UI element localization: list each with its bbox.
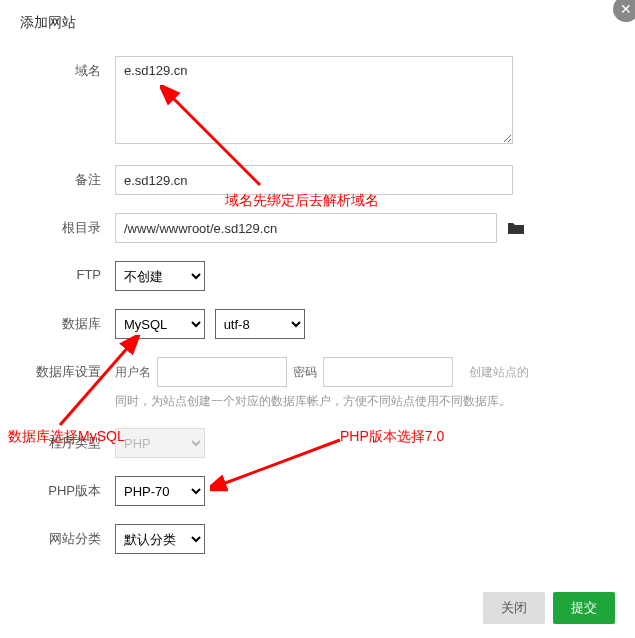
db-pass-label: 密码 <box>293 364 317 381</box>
row-db-settings: 数据库设置 用户名 密码 创建站点的 同时，为站点创建一个对应的数据库帐户，方便… <box>20 357 615 410</box>
row-site-category: 网站分类 默认分类 <box>20 524 615 554</box>
domain-textarea[interactable]: e.sd129.cn <box>115 56 513 144</box>
db-user-label: 用户名 <box>115 364 151 381</box>
database-select[interactable]: MySQL <box>115 309 205 339</box>
row-ftp: FTP 不创建 <box>20 261 615 291</box>
row-domain: 域名 e.sd129.cn <box>20 56 615 147</box>
add-website-modal: ✕ 添加网站 域名 e.sd129.cn 备注 根目录 FTP <box>0 0 635 638</box>
domain-label: 域名 <box>20 56 115 80</box>
modal-title: 添加网站 <box>0 0 635 46</box>
php-version-label: PHP版本 <box>20 476 115 500</box>
site-category-select[interactable]: 默认分类 <box>115 524 205 554</box>
folder-icon[interactable] <box>507 221 525 238</box>
remark-input[interactable] <box>115 165 513 195</box>
db-hint: 同时，为站点创建一个对应的数据库帐户，方便不同站点使用不同数据库。 <box>115 393 615 410</box>
row-remark: 备注 <box>20 165 615 195</box>
site-category-label: 网站分类 <box>20 524 115 548</box>
db-pass-input[interactable] <box>323 357 453 387</box>
row-php-version: PHP版本 PHP-70 <box>20 476 615 506</box>
row-root: 根目录 <box>20 213 615 243</box>
root-label: 根目录 <box>20 213 115 237</box>
prog-type-select: PHP <box>115 428 205 458</box>
ftp-select[interactable]: 不创建 <box>115 261 205 291</box>
charset-select[interactable]: utf-8 <box>215 309 305 339</box>
row-database: 数据库 MySQL utf-8 <box>20 309 615 339</box>
row-prog-type: 程序类型 PHP <box>20 428 615 458</box>
cancel-button[interactable]: 关闭 <box>483 592 545 624</box>
submit-button[interactable]: 提交 <box>553 592 615 624</box>
ftp-label: FTP <box>20 261 115 282</box>
create-site-hint: 创建站点的 <box>469 364 529 381</box>
php-version-select[interactable]: PHP-70 <box>115 476 205 506</box>
remark-label: 备注 <box>20 165 115 189</box>
db-settings-label: 数据库设置 <box>20 357 115 381</box>
db-user-input[interactable] <box>157 357 287 387</box>
form: 域名 e.sd129.cn 备注 根目录 FTP 不 <box>0 46 635 582</box>
database-label: 数据库 <box>20 309 115 333</box>
modal-footer: 关闭 提交 <box>483 592 615 624</box>
prog-type-label: 程序类型 <box>20 428 115 452</box>
root-input[interactable] <box>115 213 497 243</box>
